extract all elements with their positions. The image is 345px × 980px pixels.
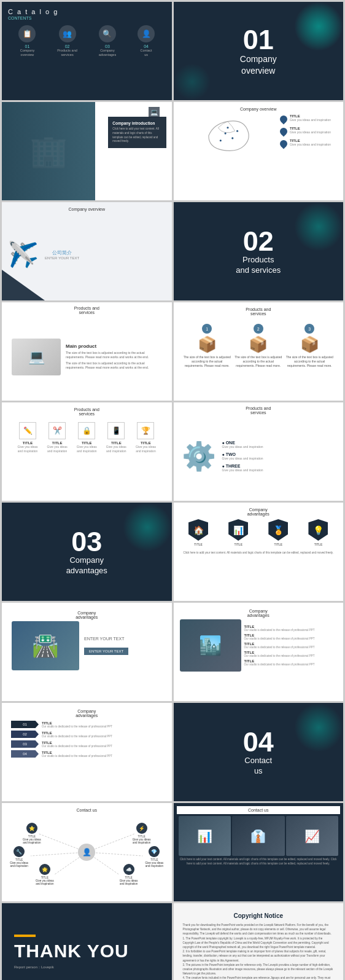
slide-catalog: C a t a l o g CONTENTS 📋 01 Companyoverv… bbox=[2, 2, 172, 100]
svg-point-0 bbox=[224, 133, 226, 135]
map-pin-1 bbox=[279, 114, 289, 125]
gears-stitle: Products andservices bbox=[246, 406, 271, 415]
photo-2: 👔 bbox=[232, 816, 285, 856]
catalog-label-4: Contactus bbox=[138, 49, 155, 57]
legend-item-3: TITLE Give you ideas and inspiration bbox=[280, 139, 338, 147]
slide-gears: Products andservices ⚙️ ● ONE Give you i… bbox=[174, 402, 344, 501]
shields-row: 🏠 TITLE 📊 TITLE 🏅 TITLE 💡 TITLE bbox=[179, 519, 339, 546]
icon-item-2: ✂️ TITLE Give you ideasand inspiration bbox=[42, 422, 72, 453]
arrow-desc-3: Our studio is dedicated to the release o… bbox=[42, 745, 112, 748]
shield-icon-4: 💡 bbox=[308, 519, 328, 541]
shield-label-2: TITLE bbox=[228, 543, 248, 546]
slide04-content: 04 Contactus bbox=[243, 728, 274, 777]
box-icon-2: 📦 bbox=[235, 335, 282, 353]
particle-effect-top bbox=[294, 2, 343, 51]
arrow-text-2: TITLE Our studio is dedicated to the rel… bbox=[42, 731, 112, 738]
highway-image: 🛣️ bbox=[12, 621, 79, 670]
highway-btn: ENTER YOUR TEXT bbox=[84, 648, 128, 655]
slide03-num: 03 bbox=[66, 528, 107, 555]
catalog-icon-2: 👥 bbox=[59, 25, 76, 42]
slide-3boxes: Products andservices 1 📦 The size of the… bbox=[174, 302, 344, 401]
slide-airplane: Company overview ✈️ 公司简介 ENTER YOUR TEXT bbox=[2, 202, 172, 300]
box-icon-3: 📦 bbox=[286, 335, 334, 353]
catalog-title: C a t a l o g bbox=[8, 8, 166, 15]
highway-content: 🛣️ ENTER YOUR TEXT ENTER YOUR TEXT bbox=[7, 621, 167, 675]
arrow-desc-1: Our studio is dedicated to the release o… bbox=[42, 725, 112, 728]
arrow-box-4: 04 bbox=[11, 750, 39, 758]
buildings-section-title: Companyadvantages bbox=[177, 606, 341, 617]
intro-info-box: Company introduction Click here to add y… bbox=[108, 117, 166, 148]
thankyou-text: THANK YOU bbox=[14, 941, 129, 961]
slide01-content: 01 Companyoverview bbox=[240, 26, 277, 76]
legend-desc-1: Give you ideas and inspiration bbox=[290, 118, 331, 122]
china-map-svg bbox=[197, 114, 258, 157]
particle-effect-04 bbox=[294, 703, 343, 752]
slide-highway: Companyadvantages 🛣️ ENTER YOUR TEXT ENT… bbox=[2, 603, 172, 701]
catalog-icon-3: 🔍 bbox=[99, 25, 116, 42]
arrow-text-4: TITLE Our studio is dedicated to the rel… bbox=[42, 751, 112, 758]
icon-box-4: 📱 bbox=[107, 422, 125, 439]
slide03-content: 03 Companyadvantages bbox=[66, 528, 107, 576]
box-num-2: 2 bbox=[254, 324, 263, 334]
box-text-3: The size of the text box is adjusted acc… bbox=[286, 355, 334, 368]
airplane-text: 公司简介 ENTER YOUR TEXT bbox=[45, 249, 79, 260]
icon-desc-5: Give you ideasand inspiration bbox=[131, 445, 160, 453]
catalog-label-1: Companyoverview bbox=[18, 49, 36, 57]
main-product-text1: The size of the text box is adjusted acc… bbox=[66, 351, 162, 360]
gear-item-1: ● ONE Give you ideas and inspiration bbox=[222, 441, 336, 449]
laptop-image: 💻 bbox=[12, 339, 61, 375]
gear-label-1: ● ONE bbox=[222, 441, 336, 445]
network-center: 👤 bbox=[78, 844, 95, 861]
arrow-desc-4: Our studio is dedicated to the release o… bbox=[42, 755, 112, 758]
shields-bottom-text: Click here to add your text content. All… bbox=[179, 549, 339, 557]
catalog-num-1: 01 bbox=[18, 44, 36, 49]
gear-item-2: ● TWO Give you ideas and inspiration bbox=[222, 452, 336, 460]
legend-text-2: TITLE Give you ideas and inspiration bbox=[290, 127, 331, 134]
contact-photos-text: Click here to add your text content. All… bbox=[177, 858, 341, 866]
bld-item-1: TITLE Our studio is dedicated to the rel… bbox=[244, 625, 338, 632]
intro-box-desc: Click here to add your text content. All… bbox=[112, 127, 162, 144]
icon-box-1: ✏️ bbox=[19, 422, 36, 439]
catalog-label-2: Products andservices bbox=[57, 49, 77, 57]
icon-box-3: 🔒 bbox=[78, 422, 95, 439]
bld-item-4: TITLE Our studio is dedicated to the rel… bbox=[244, 651, 338, 657]
gears-content: ⚙️ ● ONE Give you ideas and inspiration … bbox=[177, 426, 341, 477]
gear-desc-2: Give you ideas and inspiration bbox=[222, 457, 336, 460]
gears-image: ⚙️ bbox=[182, 440, 216, 472]
box-item-2: 2 📦 The size of the text box is adjusted… bbox=[233, 322, 284, 370]
china-map bbox=[179, 114, 277, 157]
particle-effect-02 bbox=[294, 202, 343, 251]
slide04-name: Contactus bbox=[243, 756, 274, 777]
icons-row-content: ✏️ TITLE Give you ideasand inspiration ✂… bbox=[7, 419, 167, 456]
intro-building-image bbox=[2, 102, 95, 200]
catalog-item-3: 🔍 03 Companyadvantages bbox=[99, 25, 116, 57]
slide-company-intro: Company introduction Click here to add y… bbox=[2, 102, 172, 200]
gear-item-3: ● THREE Give you ideas and inspiration bbox=[222, 464, 336, 472]
shield-icon-3: 🏅 bbox=[268, 519, 288, 541]
airplane-emoji: ✈️ bbox=[8, 240, 39, 269]
slide-main-product: Products andservices 💻 Main product The … bbox=[2, 302, 172, 401]
icon-item-1: ✏️ TITLE Give you ideasand inspiration bbox=[13, 422, 42, 453]
shield-icon-1: 🏠 bbox=[188, 519, 208, 541]
slide-03-advantages: 03 Companyadvantages bbox=[2, 503, 172, 601]
photo-grid: 📊 👔 📈 bbox=[177, 816, 341, 856]
gear-desc-3: Give you ideas and inspiration bbox=[222, 468, 336, 472]
airplane-en-text: ENTER YOUR TEXT bbox=[45, 256, 79, 260]
bld-desc-4: Our studio is dedicated to the release o… bbox=[244, 654, 338, 657]
bld-desc-2: Our studio is dedicated to the release o… bbox=[244, 637, 338, 640]
legend-desc-3: Give you ideas and inspiration bbox=[290, 143, 331, 146]
slide02-content: 02 Productsand services bbox=[236, 227, 281, 276]
map-pin-3 bbox=[279, 139, 289, 149]
dots-decoration-2 bbox=[174, 63, 211, 100]
intro-box-title: Company introduction bbox=[112, 121, 162, 125]
slide03-name: Companyadvantages bbox=[66, 555, 107, 576]
catalog-item-2: 👥 02 Products andservices bbox=[57, 25, 77, 57]
box-text-2: The size of the text box is adjusted acc… bbox=[235, 355, 282, 368]
slide-contact-network: Contact us 👤 ⭐ TITLEGive you ideasand in… bbox=[2, 803, 172, 901]
box-icon-1: 📦 bbox=[184, 335, 231, 353]
slide02-name: Productsand services bbox=[236, 255, 281, 276]
legend-item-2: TITLE Give you ideas and inspiration bbox=[280, 127, 338, 135]
highway-section-title: Companyadvantages bbox=[7, 608, 167, 619]
icon-desc-2: Give you ideasand inspiration bbox=[42, 445, 72, 453]
contact-network-title: Contact us bbox=[7, 808, 167, 812]
